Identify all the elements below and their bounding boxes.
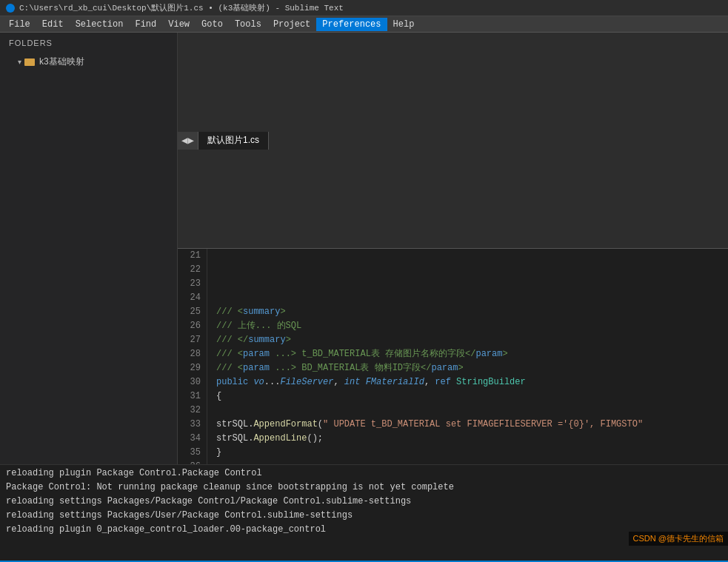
code-line-26: /// 上传... 的SQL — [216, 319, 728, 333]
line-num-28: 28 — [178, 347, 201, 361]
menu-tools[interactable]: Tools — [229, 18, 267, 31]
console-line-2: Package Control: Not running package cle… — [6, 482, 722, 496]
code-line-27: /// </summary> — [216, 333, 728, 347]
line-num-29: 29 — [178, 361, 201, 375]
folder-icon — [24, 58, 35, 66]
line-num-25: 25 — [178, 305, 201, 319]
line-num-36: 36 — [178, 460, 201, 464]
nav-arrows[interactable]: ◀▶ — [178, 132, 198, 150]
code-line-36 — [216, 460, 728, 464]
console-area: reloading plugin Package Control.Package… — [0, 464, 728, 561]
code-content[interactable]: /// <summary> /// 上传... 的SQL /// </summa… — [207, 249, 728, 464]
app-icon — [6, 4, 15, 13]
title-text: C:\Users\rd_xb_cui\Desktop\默认图片1.cs • (k… — [19, 2, 344, 13]
sidebar: FOLDERS ▾ k3基础映射 — [0, 33, 178, 464]
line-num-35: 35 — [178, 446, 201, 460]
menu-goto[interactable]: Goto — [196, 18, 229, 31]
line-num-30: 30 — [178, 375, 201, 389]
code-line-31: { — [216, 389, 728, 404]
folder-arrow-icon: ▾ — [18, 58, 21, 66]
code-line-29: /// <param ...> BD_MATERIAL表 物料ID字段</par… — [216, 361, 728, 375]
watermark: CSDN @德卡先生的信箱 — [629, 532, 728, 546]
console-line-5: reloading plugin 0_package_control_loade… — [6, 524, 722, 538]
code-line-33: strSQL.AppendFormat(" UPDATE t_BD_MATERI… — [216, 418, 728, 432]
menu-bar: File Edit Selection Find View Goto Tools… — [0, 16, 728, 33]
main-layout: FOLDERS ▾ k3基础映射 ◀▶ 默认图片1.cs 21 22 23 24… — [0, 33, 728, 464]
line-num-23: 23 — [178, 277, 201, 291]
menu-find[interactable]: Find — [129, 18, 162, 31]
editor-area[interactable]: 21 22 23 24 25 26 27 28 29 30 31 32 33 3… — [178, 249, 728, 464]
tab-default-img[interactable]: 默认图片1.cs — [198, 132, 269, 150]
console-line-3: reloading settings Packages/Package Cont… — [6, 496, 722, 510]
folders-header: FOLDERS — [0, 33, 177, 53]
title-bar: C:\Users\rd_xb_cui\Desktop\默认图片1.cs • (k… — [0, 0, 728, 16]
line-num-34: 34 — [178, 432, 201, 446]
menu-help[interactable]: Help — [387, 18, 421, 31]
menu-selection[interactable]: Selection — [70, 18, 130, 31]
code-line-32 — [216, 404, 728, 418]
line-num-22: 22 — [178, 263, 201, 277]
code-line-21 — [216, 249, 728, 263]
tab-bar: ◀▶ 默认图片1.cs — [178, 33, 728, 249]
line-num-27: 27 — [178, 333, 201, 347]
folder-item[interactable]: ▾ k3基础映射 — [0, 53, 177, 70]
line-num-24: 24 — [178, 291, 201, 305]
code-line-23 — [216, 277, 728, 291]
code-line-35: } — [216, 446, 728, 460]
line-num-21: 21 — [178, 249, 201, 263]
line-num-33: 33 — [178, 418, 201, 432]
menu-file[interactable]: File — [3, 18, 36, 31]
code-line-24 — [216, 291, 728, 305]
menu-project[interactable]: Project — [267, 18, 316, 31]
code-line-22 — [216, 263, 728, 277]
line-num-26: 26 — [178, 319, 201, 333]
code-line-28: /// <param ...> t_BD_MATERIAL表 存储图片名称的字段… — [216, 347, 728, 361]
line-num-32: 32 — [178, 404, 201, 418]
menu-view[interactable]: View — [162, 18, 196, 31]
code-line-30: public vo...FileServer, int FMaterialId,… — [216, 375, 728, 389]
menu-preferences[interactable]: Preferences — [316, 18, 387, 31]
console-line-4: reloading settings Packages/User/Package… — [6, 510, 722, 524]
line-numbers: 21 22 23 24 25 26 27 28 29 30 31 32 33 3… — [178, 249, 207, 464]
code-line-34: strSQL.AppendLine(); — [216, 432, 728, 446]
line-num-31: 31 — [178, 389, 201, 404]
menu-edit[interactable]: Edit — [36, 18, 70, 31]
editor-wrapper: ◀▶ 默认图片1.cs 21 22 23 24 25 26 27 28 29 3… — [178, 33, 728, 464]
folder-name: k3基础映射 — [39, 56, 84, 68]
code-line-25: /// <summary> — [216, 305, 728, 319]
console-line-1: reloading plugin Package Control.Package… — [6, 468, 722, 482]
